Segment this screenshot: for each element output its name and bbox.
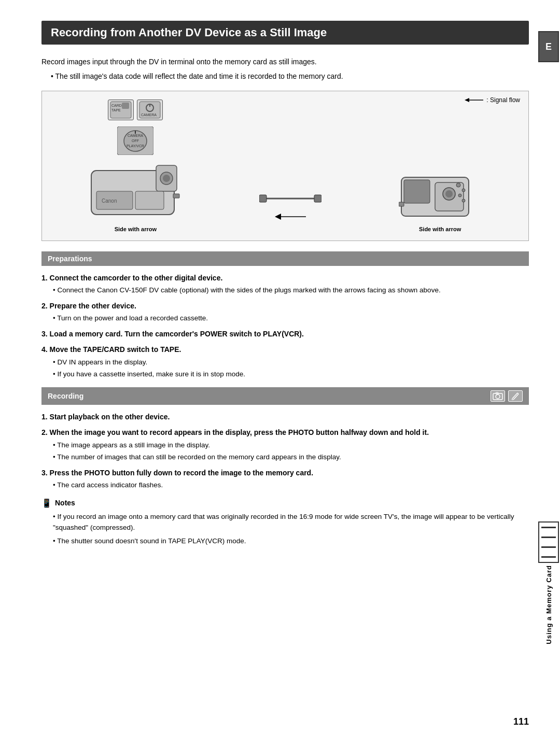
pencil-icon-svg (510, 392, 521, 400)
dial-icon: CAMERA OFF PLAY/VCR (117, 126, 153, 155)
rec-step-1-number: 1. (41, 413, 50, 421)
prep-step-1-bullet: Connect the Canon CV-150F DV cable (opti… (53, 285, 529, 296)
main-camera-svg: Canon (89, 163, 182, 220)
page-title: Recording from Another DV Device as a St… (41, 21, 529, 45)
svg-rect-26 (314, 195, 321, 202)
svg-line-44 (517, 393, 519, 394)
prep-step-1-text: Connect the camcorder to the other digit… (50, 274, 223, 282)
svg-point-35 (462, 189, 465, 192)
svg-text:TAPE: TAPE (111, 108, 121, 112)
camera-icon-svg (493, 392, 503, 400)
prep-step-4: 4. Move the TAPE/CARD switch to TAPE. DV… (41, 344, 529, 380)
svg-text:CAMERA: CAMERA (141, 113, 157, 117)
camera-top-controls: CARD TAPE CAMERA (108, 100, 163, 120)
page-number: 111 (513, 716, 529, 727)
cable-svg (259, 186, 321, 211)
intro-bullet1: • The still image's data code will refle… (51, 70, 529, 82)
rec-step-3-text: Press the PHOTO button fully down to rec… (50, 469, 313, 477)
intro-line1: Record images input through the DV in te… (41, 56, 529, 67)
svg-marker-28 (275, 214, 281, 220)
sidebar-lines-decoration (538, 521, 559, 563)
rec-step-2-text: When the image you want to record appear… (50, 428, 429, 436)
prep-step-1-number: 1. (41, 274, 50, 282)
svg-text:Canon: Canon (102, 198, 117, 204)
prep-step-2-bullet: Turn on the power and load a recorded ca… (53, 313, 529, 324)
svg-rect-23 (173, 194, 179, 198)
svg-rect-5 (122, 103, 129, 109)
svg-rect-38 (399, 202, 404, 206)
pencil-icon (508, 390, 523, 402)
diagram-inner: CARD TAPE CAMERA (50, 100, 520, 232)
preparations-steps: 1. Connect the camcorder to the other di… (41, 272, 529, 380)
power-switch: CAMERA (137, 100, 163, 120)
recording-header-text: Recording (48, 392, 83, 400)
cable-group (259, 186, 321, 222)
sidebar-vertical-label: Using a Memory Card (545, 565, 553, 644)
prep-step-3: 3. Load a memory card. Turn the camcorde… (41, 328, 529, 340)
prep-step-3-text: Load a memory card. Turn the camcorder's… (50, 330, 304, 338)
svg-rect-30 (404, 180, 430, 203)
prep-step-3-number: 3. (41, 330, 50, 338)
camera-icon (491, 390, 505, 402)
svg-point-36 (458, 194, 461, 197)
svg-point-33 (445, 190, 453, 197)
svg-rect-21 (135, 191, 164, 209)
svg-rect-25 (259, 195, 267, 202)
left-camera-label: Side with arrow (115, 226, 157, 232)
svg-text:OFF: OFF (132, 139, 139, 143)
svg-point-37 (462, 199, 465, 202)
prep-step-4-text: Move the TAPE/CARD switch to TAPE. (50, 345, 181, 354)
svg-point-34 (456, 183, 460, 187)
svg-text:PLAY/VCR: PLAY/VCR (127, 144, 144, 148)
svg-point-40 (496, 394, 500, 399)
rec-step-3: 3. Press the PHOTO button fully down to … (41, 467, 529, 491)
rec-step-3-number: 3. (41, 469, 50, 477)
notes-bullet-1: If you record an image onto a memory car… (53, 511, 529, 533)
rec-step-3-bullet: The card access indicator flashes. (53, 479, 529, 491)
right-camera-label: Side with arrow (419, 226, 461, 232)
card-tape-switch: CARD TAPE (108, 100, 134, 120)
prep-step-4-number: 4. (41, 345, 50, 354)
prep-step-2-number: 2. (41, 302, 50, 310)
notes-header: 📱 Notes (41, 498, 529, 508)
rec-step-2: 2. When the image you want to record app… (41, 427, 529, 463)
rec-step-2-number: 2. (41, 428, 50, 436)
notes-icon: 📱 (41, 498, 52, 508)
switch-icon: CARD TAPE (109, 101, 132, 119)
rec-step-1-text: Start playback on the other device. (50, 413, 170, 421)
recording-icons (491, 390, 523, 402)
notes-bullet-2: The shutter sound doesn't sound in TAPE … (53, 535, 529, 547)
prep-step-4-bullet2: If you have a cassette inserted, make su… (53, 369, 529, 380)
svg-text:CARD: CARD (111, 104, 122, 107)
rec-step-2-bullet1: The image appears as a still image in th… (53, 440, 529, 451)
recording-header-bar: Recording (41, 387, 529, 405)
left-camera-group: CARD TAPE CAMERA (89, 100, 182, 232)
notes-section: 📱 Notes If you record an image onto a me… (41, 498, 529, 547)
prep-step-1: 1. Connect the camcorder to the other di… (41, 272, 529, 296)
rec-step-2-bullet2: The number of images that can still be r… (53, 451, 529, 463)
recording-steps: 1. Start playback on the other device. 2… (41, 411, 529, 491)
svg-text:CAMERA: CAMERA (128, 134, 143, 137)
notes-header-text: Notes (55, 499, 75, 507)
svg-point-19 (163, 175, 170, 182)
selector-dial: CAMERA OFF PLAY/VCR (117, 126, 153, 157)
right-camera-svg (399, 167, 482, 224)
diagram-box: : Signal flow CARD TAPE (41, 91, 529, 241)
right-camera-group: Side with arrow (399, 167, 482, 232)
prep-step-2-text: Prepare the other device. (50, 302, 136, 310)
rec-step-1: 1. Start playback on the other device. (41, 411, 529, 422)
arrow-left-icon (275, 211, 306, 222)
power-icon: CAMERA (138, 101, 161, 119)
preparations-header: Preparations (41, 251, 529, 266)
prep-step-4-bullet1: DV IN appears in the display. (53, 357, 529, 368)
section-tab-e: E (538, 31, 559, 62)
prep-step-2: 2. Prepare the other device. Turn on the… (41, 300, 529, 324)
